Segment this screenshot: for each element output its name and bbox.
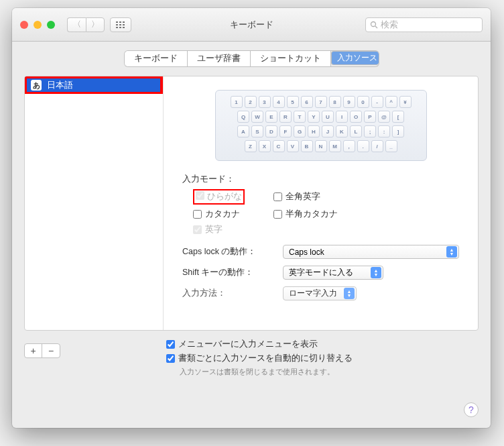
search-placeholder: 検索: [381, 19, 398, 31]
close-icon[interactable]: [20, 21, 28, 29]
svg-line-10: [375, 26, 377, 28]
sidebar-item-label: 日本語: [47, 79, 73, 91]
tab-user-dictionary[interactable]: ユーザ辞書: [188, 51, 251, 66]
forward-button[interactable]: 〉: [86, 17, 105, 32]
tab-keyboard[interactable]: キーボード: [125, 51, 188, 66]
add-remove-buttons: + −: [24, 343, 60, 358]
search-input[interactable]: 検索: [365, 17, 483, 32]
caps-lock-select[interactable]: Caps lock ▲▼: [283, 245, 459, 259]
shift-key-select[interactable]: 英字モードに入る ▲▼: [283, 266, 383, 280]
checkbox-zenkaku-eiji[interactable]: 全角英字: [273, 189, 354, 205]
checkbox-hankaku-katakana[interactable]: 半角カタカナ: [273, 209, 354, 220]
checkbox-eiji: 英字: [193, 224, 267, 235]
titlebar: 〈 〉 キーボード 検索: [12, 8, 491, 42]
svg-rect-5: [123, 24, 125, 25]
window-title: キーボード: [230, 19, 273, 31]
shift-key-label: Shift キーの動作：: [182, 267, 276, 278]
detail-pane: 1234567890-^¥QWERTYUIOP@[ASDFGHJKL;:]ZXC…: [164, 76, 478, 330]
caps-lock-label: Caps lock の動作：: [182, 246, 276, 258]
input-method-label: 入力方法：: [182, 288, 276, 299]
bottom-options: メニューバーに入力メニューを表示 書類ごとに入力ソースを自動的に切り替える 入力…: [166, 339, 479, 377]
tab-bar: キーボード ユーザ辞書 ショートカット 入力ソース: [12, 42, 491, 76]
hint-text: 入力ソースは書類を閉じるまで使用されます。: [180, 367, 479, 377]
svg-rect-7: [119, 27, 121, 28]
main-panel: あ 日本語 1234567890-^¥QWERTYUIOP@[ASDFGHJKL…: [24, 76, 479, 331]
svg-rect-3: [116, 24, 118, 25]
help-button[interactable]: ?: [464, 402, 479, 417]
japanese-glyph-icon: あ: [31, 80, 42, 91]
keyboard-preview: 1234567890-^¥QWERTYUIOP@[ASDFGHJKL;:]ZXC…: [215, 90, 427, 161]
input-mode-label: 入力モード：: [182, 173, 459, 185]
remove-button[interactable]: −: [42, 344, 60, 357]
sidebar-item-japanese[interactable]: あ 日本語: [25, 76, 163, 94]
window-controls: [20, 21, 55, 29]
svg-rect-8: [123, 27, 125, 28]
minimize-icon[interactable]: [34, 21, 42, 29]
chevron-updown-icon: ▲▼: [371, 267, 381, 278]
show-all-button[interactable]: [110, 17, 131, 32]
chevron-updown-icon: ▲▼: [446, 246, 457, 258]
search-icon: [370, 21, 378, 29]
chevron-updown-icon: ▲▼: [344, 288, 355, 299]
zoom-icon[interactable]: [47, 21, 55, 29]
input-method-select[interactable]: ローマ字入力 ▲▼: [283, 286, 357, 300]
svg-rect-6: [116, 27, 118, 28]
checkbox-auto-switch[interactable]: 書類ごとに入力ソースを自動的に切り替える: [166, 353, 479, 364]
svg-point-9: [371, 21, 376, 26]
svg-rect-1: [119, 21, 121, 23]
add-button[interactable]: +: [25, 344, 42, 357]
nav-buttons: 〈 〉: [67, 17, 105, 32]
svg-rect-2: [123, 21, 125, 23]
svg-rect-4: [119, 24, 121, 25]
checkbox-hiragana: ひらがな: [193, 189, 267, 205]
checkbox-katakana[interactable]: カタカナ: [193, 209, 267, 220]
preferences-window: 〈 〉 キーボード 検索 キーボード ユーザ辞書 ショートカット 入力ソース あ…: [12, 8, 491, 428]
tab-input-sources[interactable]: 入力ソース: [331, 51, 379, 65]
checkbox-show-in-menubar[interactable]: メニューバーに入力メニューを表示: [166, 339, 479, 350]
input-source-list: あ 日本語: [25, 76, 164, 330]
tab-shortcuts[interactable]: ショートカット: [251, 51, 331, 66]
back-button[interactable]: 〈: [67, 17, 86, 32]
svg-rect-0: [116, 21, 118, 23]
